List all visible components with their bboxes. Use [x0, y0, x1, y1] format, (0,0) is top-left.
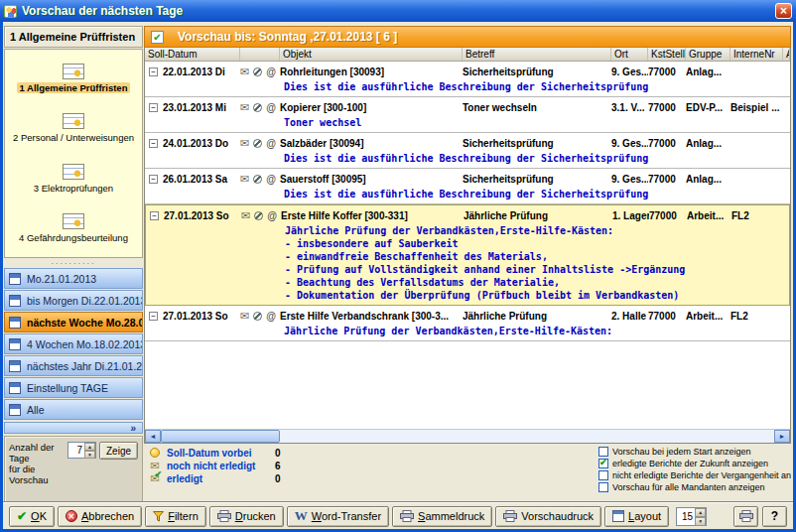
print-button[interactable]: Drucken: [209, 506, 284, 527]
splitter-handle[interactable]: ..........: [4, 258, 143, 268]
option-show-on-start[interactable]: Vorschau bei jedem Start anzeigen: [598, 446, 791, 458]
column-internenr[interactable]: InterneNr: [730, 48, 783, 61]
close-button[interactable]: ×: [775, 3, 792, 19]
row-objekt: Sauerstoff [30095]: [280, 174, 463, 185]
mail-icon[interactable]: ✉: [240, 310, 249, 323]
ok-button[interactable]: ✔ OK: [9, 506, 55, 527]
status-count: 6: [275, 461, 281, 471]
preview-header-checkbox[interactable]: ✔: [151, 31, 164, 44]
category-item-gefaehrdungsbeurteilung[interactable]: 4 Gefährdungsbeurteilung: [7, 213, 140, 243]
attachment-icon[interactable]: @: [266, 102, 276, 113]
cancel-button[interactable]: ✕ Abbrechen: [58, 506, 142, 527]
filter-button[interactable]: Filtern: [145, 506, 206, 527]
period-button-today[interactable]: Mo.21.01.2013: [4, 268, 143, 289]
sidebar-header-label: 1 Allgemeine Prüffristen: [10, 31, 135, 43]
mail-icon[interactable]: ✉: [240, 137, 249, 150]
column-icons[interactable]: [240, 48, 280, 61]
checkbox-icon[interactable]: [598, 447, 608, 457]
table-row[interactable]: −23.01.2013 Mi ✉@ Kopierer [300-100] Ton…: [145, 97, 790, 133]
table-row[interactable]: −27.01.2013 So ✉@ Erste Hilfe Verbandsch…: [145, 306, 790, 341]
column-objekt[interactable]: Objekt: [280, 48, 463, 61]
column-betreff[interactable]: Betreff: [463, 48, 611, 61]
attachment-icon[interactable]: @: [266, 66, 276, 77]
checklist-icon: [63, 113, 84, 129]
collapse-icon[interactable]: −: [149, 103, 158, 112]
column-soll-datum[interactable]: Soll-Datum: [145, 48, 240, 61]
row-objekt: Kopierer [300-100]: [280, 102, 463, 113]
option-show-open-past[interactable]: nicht erledigte Berichte der Vergangenhe…: [598, 469, 791, 481]
attachment-icon[interactable]: @: [266, 311, 276, 322]
period-button-all[interactable]: Alle: [4, 399, 143, 420]
collapse-icon[interactable]: −: [149, 175, 158, 184]
option-show-done-future[interactable]: erledigte Berichte der Zukunft anzeigen: [598, 458, 791, 469]
column-a[interactable]: A: [783, 48, 790, 61]
titlebar[interactable]: Vorschau der nächsten Tage ×: [0, 0, 796, 22]
collapse-icon[interactable]: −: [150, 211, 159, 220]
period-list: Mo.21.01.2013 bis Morgen Di.22.01.2013 n…: [4, 268, 143, 421]
category-item-elektropruefungen[interactable]: 3 Elektroprüfungen: [7, 164, 140, 194]
period-label: 4 Wochen Mo.18.02.2013: [27, 338, 143, 350]
table-row[interactable]: −26.01.2013 Sa ✉@ Sauerstoff [30095] Sic…: [145, 169, 790, 204]
dialog-window: Vorschau der nächsten Tage × 1 Allgemein…: [0, 0, 796, 532]
scrollbar-thumb[interactable]: [161, 430, 280, 443]
spinner-value[interactable]: 15: [677, 508, 695, 525]
scroll-left-icon[interactable]: ◄: [145, 430, 161, 443]
period-label: Einstellung TAGE: [27, 382, 108, 394]
batch-print-button[interactable]: Sammeldruck: [392, 506, 492, 527]
preview-print-button[interactable]: Vorschaudruck: [495, 506, 601, 527]
checkbox-icon[interactable]: [598, 459, 608, 468]
period-button-tomorrow[interactable]: bis Morgen Di.22.01.2013: [4, 290, 143, 311]
period-button-settings-days[interactable]: Einstellung TAGE: [4, 377, 143, 398]
spinner-up-icon[interactable]: ▲: [695, 508, 706, 517]
recurrence-icon[interactable]: [253, 67, 262, 76]
spinner-down-icon[interactable]: ▼: [695, 517, 706, 526]
layout-button[interactable]: Layout: [604, 506, 669, 527]
printer-setup-button[interactable]: [733, 506, 758, 527]
attachment-icon[interactable]: @: [266, 174, 276, 185]
mail-icon[interactable]: ✉: [240, 173, 249, 186]
option-all-clients[interactable]: Vorschau für alle Mandanten anzeigen: [598, 481, 791, 493]
checkbox-icon[interactable]: [598, 470, 608, 480]
row-date: 26.01.2013 Sa: [163, 174, 227, 185]
word-transfer-button[interactable]: W Word-Transfer: [287, 506, 389, 527]
attachment-icon[interactable]: @: [266, 138, 276, 149]
table-row-selected[interactable]: −27.01.2013 So ✉@ Erste Hilfe Koffer [30…: [145, 204, 790, 306]
table-row[interactable]: −24.01.2013 Do ✉@ Salzbäder [30094] Sich…: [145, 133, 790, 169]
row-gruppe: Anlag...: [686, 66, 730, 77]
days-value[interactable]: 7: [68, 443, 84, 458]
collapse-icon[interactable]: −: [149, 67, 158, 76]
help-button[interactable]: ?: [762, 506, 787, 527]
column-gruppe[interactable]: Gruppe: [686, 48, 730, 61]
toolbar-spinner[interactable]: 15 ▲ ▼: [676, 507, 707, 526]
scroll-right-icon[interactable]: ►: [774, 430, 790, 443]
column-kststelle[interactable]: KstStelle: [648, 48, 686, 61]
spinner-up-icon[interactable]: ▲: [84, 443, 95, 451]
spinner-down-icon[interactable]: ▼: [84, 451, 95, 459]
table-row[interactable]: −22.01.2013 Di ✉@ Rohrleitungen [30093] …: [145, 62, 790, 97]
category-label: 4 Gefährdungsbeurteilung: [19, 232, 128, 243]
column-ort[interactable]: Ort: [611, 48, 648, 61]
attachment-icon[interactable]: @: [267, 210, 277, 221]
show-button[interactable]: Zeige: [99, 442, 138, 460]
period-button-4-weeks[interactable]: 4 Wochen Mo.18.02.2013: [4, 333, 143, 354]
printer-icon: [739, 510, 753, 522]
period-button-next-year[interactable]: nächstes Jahr Di.21.01.2014: [4, 355, 143, 376]
days-spinner[interactable]: 7 ▲ ▼: [67, 442, 96, 459]
recurrence-icon[interactable]: [253, 312, 262, 321]
recurrence-icon[interactable]: [253, 139, 262, 148]
recurrence-icon[interactable]: [253, 175, 262, 184]
recurrence-icon[interactable]: [254, 211, 263, 220]
expand-strip[interactable]: »: [4, 422, 143, 434]
horizontal-scrollbar[interactable]: ◄ ►: [145, 429, 790, 443]
collapse-icon[interactable]: −: [149, 139, 158, 148]
collapse-icon[interactable]: −: [149, 312, 158, 321]
mail-icon[interactable]: ✉: [240, 66, 249, 78]
period-button-next-week[interactable]: nächste Woche Mo.28.01.2013: [4, 312, 143, 332]
mail-icon[interactable]: ✉: [241, 209, 250, 222]
mail-icon[interactable]: ✉: [240, 101, 249, 114]
checkbox-icon[interactable]: [598, 482, 608, 492]
category-item-allgemeine-prueffristen[interactable]: 1 Allgemeine Prüffristen: [7, 64, 140, 93]
recurrence-icon[interactable]: [253, 103, 262, 112]
category-item-personal-unterweisungen[interactable]: 2 Personal / Unterweisungen: [7, 113, 140, 143]
row-objekt: Erste Hilfe Verbandschrank [300-3...: [280, 311, 463, 322]
